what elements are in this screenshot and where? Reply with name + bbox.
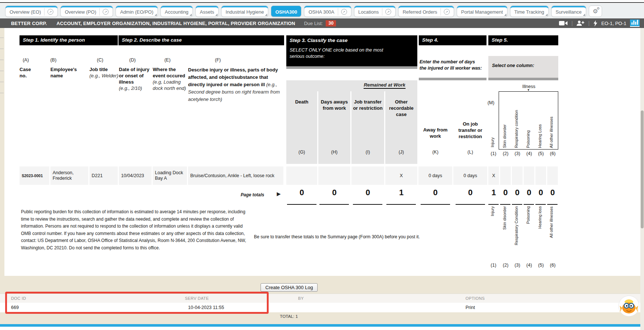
open-external-icon[interactable]: ↗ (338, 8, 347, 15)
company-name: BETTER CORP. (11, 21, 47, 26)
tab-label: OSHA300 (275, 9, 297, 15)
tab-locations[interactable]: Locations ↗ (354, 6, 396, 17)
total-underline (547, 204, 558, 205)
left-grid-line (0, 49, 4, 49)
tab-overview-po[interactable]: Overview (PO) ↗ (60, 6, 113, 17)
open-external-icon[interactable]: ↗ (382, 8, 391, 15)
footer-label-poisoning: Poisoning (526, 206, 530, 261)
settings-gears-button[interactable]: ⚙ ⚙ (589, 6, 602, 17)
col-letter-k: (K) (418, 150, 452, 155)
row-poisoning-cell[interactable] (524, 166, 534, 185)
row-respiratory-cell[interactable] (512, 166, 523, 185)
col-letter-a: (A) (17, 57, 35, 63)
col-letter-i: (I) (351, 150, 384, 155)
open-external-icon[interactable]: ↗ (99, 8, 109, 15)
tab-label: Surveillance (556, 9, 582, 15)
row-death-cell[interactable] (286, 166, 317, 185)
col-number-1: (1) (488, 151, 499, 156)
due-list-count-badge[interactable]: 30 (326, 20, 336, 27)
row-injury-description[interactable]: Bruise/Contusion, Ankle - Left, loose ro… (188, 166, 283, 185)
footer-label-injury: Injury (490, 206, 495, 261)
total-injury: 1 (488, 188, 499, 197)
left-grid-line (0, 38, 4, 38)
tab-label: Portal Management (461, 9, 503, 15)
step3-underbar (286, 66, 417, 69)
tab-accounting[interactable]: Accounting (160, 6, 193, 17)
separator: | (588, 20, 590, 26)
row-other-recordable-cell[interactable]: X (385, 166, 417, 185)
row-injury-date[interactable]: 10/04/2023 (119, 166, 152, 185)
org-shortcuts-text[interactable]: EO-1, PO-1 (601, 21, 626, 26)
dropdown-fold-icon (190, 14, 192, 16)
col-title-away-from-work: Away from work (418, 127, 452, 139)
print-option[interactable]: Print (466, 305, 475, 310)
row-days-away-cell[interactable] (318, 166, 350, 185)
remained-at-work-header: Remained at Work (352, 82, 417, 88)
add-user-icon[interactable] (576, 20, 584, 26)
dropdown-fold-icon (545, 14, 548, 16)
row-event-location[interactable]: Loading Dock Bay A (153, 166, 187, 185)
total-h: 0 (318, 188, 350, 197)
step5-note: Select one column: (488, 56, 558, 78)
col-letter-j: (J) (385, 150, 417, 155)
tab-osha300-active[interactable]: OSHA300 (271, 6, 301, 17)
tab-portal-management[interactable]: Portal Management (457, 6, 507, 17)
account-status-bar: BETTER CORP. ACCOUNT, EMPLOYER ORGANIZAT… (0, 18, 644, 28)
total-underline (512, 204, 522, 205)
total-l: 0 (453, 188, 487, 197)
col-letter-f: (F) (209, 57, 227, 63)
open-external-icon[interactable]: ↗ (440, 8, 450, 15)
col-letter-c: (C) (91, 57, 109, 63)
lightning-bolt-icon[interactable] (593, 20, 598, 27)
vertical-scrollbar-thumb[interactable] (641, 110, 644, 228)
row-employee-name[interactable]: Anderson, Frederick (50, 166, 88, 185)
col-title-where: Where the event occured (e.g, Loading do… (153, 66, 189, 91)
open-external-icon[interactable]: ↗ (44, 8, 53, 15)
row-skin-cell[interactable] (500, 166, 511, 185)
serv-date-value: 10-04-2023 11:55 (155, 305, 258, 310)
header-by: BY (298, 296, 304, 301)
create-osha300-log-button[interactable]: Create OSHA 300 Log (261, 283, 318, 292)
tab-label: Assets (200, 9, 214, 15)
total-k: 0 (418, 188, 452, 197)
bar-chart-icon[interactable] (630, 20, 640, 27)
col-number-5: (5) (536, 151, 546, 156)
row-injury-cell[interactable]: X (488, 166, 499, 185)
tab-referred-orders[interactable]: Referred Orders ↗ (398, 6, 454, 17)
tab-overview-eo[interactable]: Overview (EO) ↗ (5, 6, 58, 17)
col-title-respiratory-vertical: Respiratory condition (514, 94, 519, 148)
tab-assets[interactable]: Assets (195, 6, 219, 17)
results-data-row[interactable]: 669 10-04-2023 11:55 Print (0, 303, 644, 312)
tab-label: Locations (358, 9, 379, 15)
separator: | (572, 20, 573, 26)
row-all-other-cell[interactable] (547, 166, 558, 185)
col-title-injury-vertical: Injury (490, 104, 495, 147)
left-grid-line (0, 93, 4, 93)
tab-label: Referred Orders (403, 9, 437, 15)
tab-surveillance[interactable]: Surveillance (551, 6, 586, 17)
row-job-transfer-cell[interactable] (351, 166, 384, 185)
total-underline (456, 204, 485, 205)
row-case-no[interactable]: S2023-0001 (20, 166, 49, 185)
due-list-label: Due List: (304, 21, 323, 26)
tab-time-tracking[interactable]: Time Tracking (510, 6, 549, 17)
tab-admin-eo-po[interactable]: Admin (EO/PO) (116, 6, 158, 17)
col-number-4: (4) (524, 151, 534, 156)
row-transfer-days-count[interactable]: 0 days (453, 166, 487, 185)
col-title-poisoning-vertical: Poisoning (526, 94, 530, 148)
row-job-title[interactable]: D221 (89, 166, 118, 185)
tab-label: Industrial Hygiene (226, 9, 264, 15)
total-g: 0 (286, 188, 317, 197)
total-underline (524, 204, 534, 205)
col-title-case-no: Case no. (20, 66, 37, 79)
row-hearing-cell[interactable] (535, 166, 546, 185)
assistant-mascot-avatar[interactable] (618, 295, 640, 317)
dropdown-fold-icon (155, 14, 157, 16)
tab-industrial-hygiene[interactable]: Industrial Hygiene (221, 6, 268, 17)
col-title-other-recordable: Other recordable case (385, 99, 417, 117)
vertical-scrollbar-track[interactable] (640, 28, 644, 330)
video-camera-icon[interactable] (559, 21, 568, 26)
row-days-away-count[interactable]: 0 days (418, 166, 452, 185)
tab-label: OSHA 300A (308, 9, 334, 15)
tab-osha300a[interactable]: OSHA 300A ↗ (304, 6, 351, 17)
